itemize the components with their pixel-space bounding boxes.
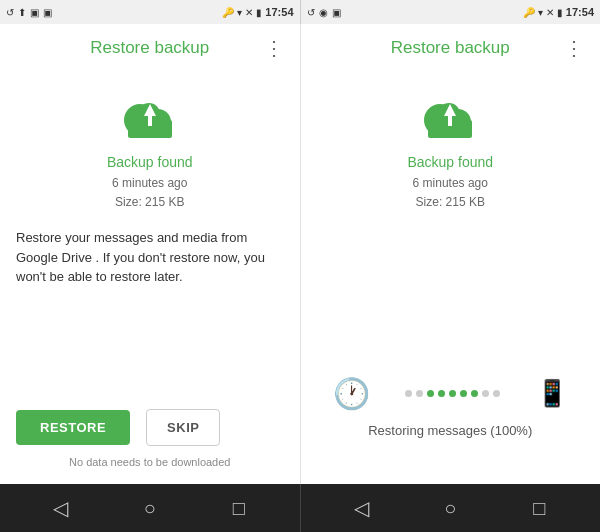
time-left: 17:54 xyxy=(265,6,293,18)
restore-progress-area: 🕐 📱 Res xyxy=(317,330,585,468)
left-backup-size: Size: 215 KB xyxy=(16,193,284,212)
media2-icon: ▣ xyxy=(43,7,52,18)
left-header: Restore backup ⋮ xyxy=(0,24,300,68)
left-cloud-container xyxy=(16,92,284,146)
dot-3 xyxy=(427,390,434,397)
media3-icon: ▣ xyxy=(332,7,341,18)
wifi-icon: ▾ xyxy=(237,7,242,18)
right-menu-button[interactable]: ⋮ xyxy=(564,38,584,58)
right-backup-meta: 6 minutes ago Size: 215 KB xyxy=(317,174,585,212)
dot-9 xyxy=(493,390,500,397)
key2-icon: 🔑 xyxy=(523,7,535,18)
left-backup-time: 6 minutes ago xyxy=(16,174,284,193)
right-header: Restore backup ⋮ xyxy=(301,24,601,68)
right-screen-title: Restore backup xyxy=(337,38,565,58)
left-recents-button[interactable]: □ xyxy=(221,490,257,526)
left-screen: Restore backup ⋮ Backup found 6 minutes … xyxy=(0,24,301,484)
dot-8 xyxy=(482,390,489,397)
left-screen-content: Backup found 6 minutes ago Size: 215 KB … xyxy=(0,68,300,484)
battery-icon: ▮ xyxy=(256,7,262,18)
signal-x-icon: ✕ xyxy=(245,7,253,18)
key-icon: 🔑 xyxy=(222,7,234,18)
right-home-button[interactable]: ○ xyxy=(432,490,468,526)
right-cloud-container xyxy=(317,92,585,146)
progress-dots xyxy=(370,390,537,397)
nav-bar: ◁ ○ □ ◁ ○ □ xyxy=(0,484,600,532)
left-nav: ◁ ○ □ xyxy=(0,484,300,532)
left-buttons-row: RESTORE SKIP xyxy=(16,409,284,446)
skip-button[interactable]: SKIP xyxy=(146,409,220,446)
media-icon: ▣ xyxy=(30,7,39,18)
right-backup-found: Backup found xyxy=(317,154,585,170)
left-description: Restore your messages and media from Goo… xyxy=(16,228,284,287)
phone-icon: 📱 xyxy=(536,378,568,409)
history-icon: 🕐 xyxy=(333,376,370,411)
right-backup-time: 6 minutes ago xyxy=(317,174,585,193)
left-backup-found: Backup found xyxy=(16,154,284,170)
wifi2-icon: ▾ xyxy=(538,7,543,18)
no-download-label: No data needs to be downloaded xyxy=(16,456,284,468)
left-menu-button[interactable]: ⋮ xyxy=(264,38,284,58)
right-cloud-icon xyxy=(420,92,480,146)
upload-icon: ⬆ xyxy=(18,7,26,18)
location-icon: ◉ xyxy=(319,7,328,18)
refresh-icon: ↺ xyxy=(6,7,14,18)
restoring-label: Restoring messages (100%) xyxy=(368,423,532,438)
left-back-button[interactable]: ◁ xyxy=(43,490,79,526)
left-cloud-icon xyxy=(120,92,180,146)
time-right: 17:54 xyxy=(566,6,594,18)
left-home-button[interactable]: ○ xyxy=(132,490,168,526)
right-backup-size: Size: 215 KB xyxy=(317,193,585,212)
refresh2-icon: ↺ xyxy=(307,7,315,18)
right-back-button[interactable]: ◁ xyxy=(343,490,379,526)
dot-4 xyxy=(438,390,445,397)
left-screen-title: Restore backup xyxy=(36,38,264,58)
dot-6 xyxy=(460,390,467,397)
dot-1 xyxy=(405,390,412,397)
right-recents-button[interactable]: □ xyxy=(521,490,557,526)
dot-7 xyxy=(471,390,478,397)
right-screen: Restore backup ⋮ Backup found 6 minutes … xyxy=(301,24,601,484)
right-screen-content: Backup found 6 minutes ago Size: 215 KB … xyxy=(301,68,601,484)
dot-2 xyxy=(416,390,423,397)
right-nav: ◁ ○ □ xyxy=(301,484,601,532)
restore-button[interactable]: RESTORE xyxy=(16,410,130,445)
battery2-icon: ▮ xyxy=(557,7,563,18)
left-backup-meta: 6 minutes ago Size: 215 KB xyxy=(16,174,284,212)
signal2-x-icon: ✕ xyxy=(546,7,554,18)
dot-5 xyxy=(449,390,456,397)
progress-track: 🕐 📱 xyxy=(333,376,569,411)
